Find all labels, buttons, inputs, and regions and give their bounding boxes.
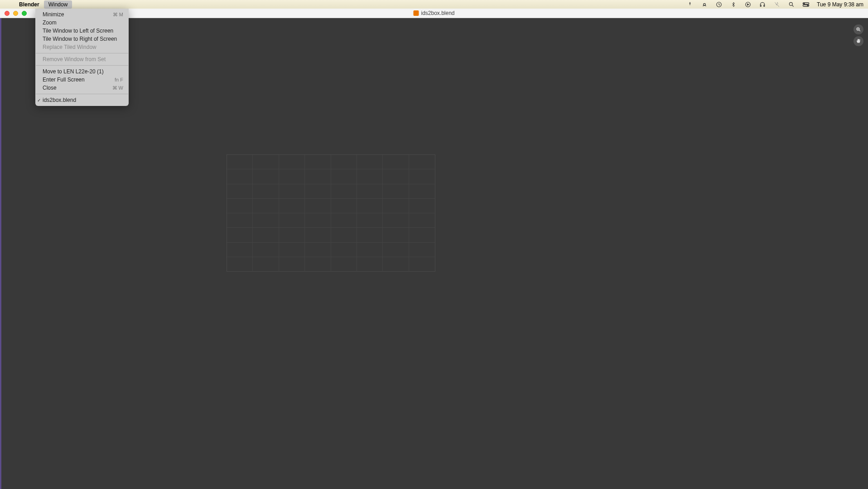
window-titlebar: ids2box.blend bbox=[0, 9, 868, 18]
menu-close-shortcut: ⌘ W bbox=[112, 85, 123, 91]
menubar-left: Blender Window bbox=[8, 0, 72, 9]
blend-file-icon bbox=[413, 10, 419, 16]
play-icon[interactable] bbox=[744, 1, 752, 8]
menu-minimize-label: Minimize bbox=[43, 11, 64, 18]
menu-open-window-label: ids2box.blend bbox=[43, 97, 76, 103]
check-icon: ✓ bbox=[37, 98, 43, 103]
menu-move-to-label: Move to LEN L22e-20 (1) bbox=[43, 68, 104, 75]
window-menu[interactable]: Window bbox=[44, 0, 72, 9]
menu-tile-left-label: Tile Window to Left of Screen bbox=[43, 28, 113, 34]
svg-point-3 bbox=[789, 2, 792, 5]
macos-menubar: Blender Window Tue 9 May 9:38 am bbox=[0, 0, 868, 9]
menu-tile-right-label: Tile Window to Right of Screen bbox=[43, 36, 117, 42]
left-strip bbox=[0, 18, 1, 489]
vpn-icon[interactable] bbox=[686, 1, 694, 8]
headphones-icon[interactable] bbox=[759, 1, 766, 8]
control-center-icon[interactable] bbox=[802, 1, 810, 8]
menu-remove-set: Remove Window from Set bbox=[35, 55, 129, 63]
menu-close-label: Close bbox=[43, 85, 57, 91]
bluetooth-icon[interactable] bbox=[730, 1, 737, 8]
menu-open-window[interactable]: ✓ ids2box.blend bbox=[35, 96, 129, 104]
close-button[interactable] bbox=[5, 11, 10, 16]
menu-replace-tiled: Replace Tiled Window bbox=[35, 43, 129, 51]
viewport[interactable] bbox=[0, 18, 868, 489]
maximize-button[interactable] bbox=[22, 11, 27, 16]
menu-replace-tiled-label: Replace Tiled Window bbox=[43, 44, 96, 50]
svg-point-6 bbox=[804, 3, 805, 4]
zoom-tool-icon[interactable] bbox=[854, 24, 863, 34]
menu-zoom[interactable]: Zoom bbox=[35, 19, 129, 27]
window-filename: ids2box.blend bbox=[421, 10, 454, 16]
app-menu[interactable]: Blender bbox=[14, 0, 44, 9]
menu-minimize-shortcut: ⌘ M bbox=[113, 12, 123, 18]
svg-point-7 bbox=[807, 5, 808, 6]
menu-fullscreen[interactable]: Enter Full Screen fn F bbox=[35, 76, 129, 84]
mic-off-icon[interactable] bbox=[773, 1, 781, 8]
viewport-tools bbox=[854, 24, 863, 46]
spotlight-icon[interactable] bbox=[788, 1, 795, 8]
menu-tile-right[interactable]: Tile Window to Right of Screen bbox=[35, 35, 129, 43]
menu-move-to[interactable]: Move to LEN L22e-20 (1) bbox=[35, 67, 129, 76]
menu-separator bbox=[36, 94, 128, 94]
menu-zoom-label: Zoom bbox=[43, 19, 57, 26]
viewport-grid bbox=[227, 154, 435, 272]
menu-fullscreen-shortcut: fn F bbox=[115, 77, 123, 82]
menubar-datetime[interactable]: Tue 9 May 9:38 am bbox=[817, 1, 863, 8]
airdrop-icon[interactable] bbox=[701, 1, 708, 8]
menu-minimize[interactable]: Minimize ⌘ M bbox=[35, 10, 129, 19]
minimize-button[interactable] bbox=[13, 11, 18, 16]
titlebar-title: ids2box.blend bbox=[413, 10, 454, 16]
menu-separator bbox=[36, 53, 128, 53]
sync-icon[interactable] bbox=[715, 1, 723, 8]
menu-fullscreen-label: Enter Full Screen bbox=[43, 77, 85, 83]
pan-tool-icon[interactable] bbox=[854, 36, 863, 46]
menu-remove-set-label: Remove Window from Set bbox=[43, 56, 106, 62]
menubar-right: Tue 9 May 9:38 am bbox=[686, 1, 863, 8]
menu-separator bbox=[36, 65, 128, 66]
window-dropdown: Minimize ⌘ M Zoom Tile Window to Left of… bbox=[35, 9, 129, 106]
traffic-lights bbox=[5, 11, 27, 16]
menu-close[interactable]: Close ⌘ W bbox=[35, 84, 129, 92]
menu-tile-left[interactable]: Tile Window to Left of Screen bbox=[35, 27, 129, 35]
